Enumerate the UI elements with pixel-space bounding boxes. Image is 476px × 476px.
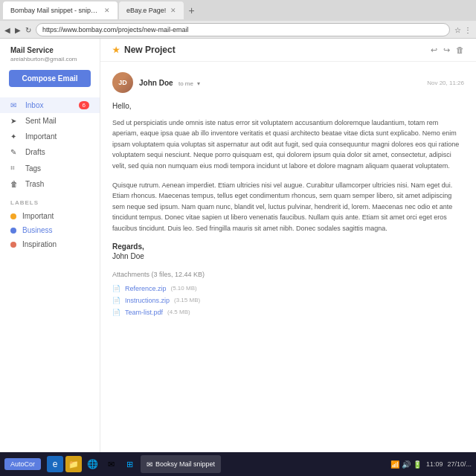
email-actions: ↩ ↪ 🗑 bbox=[431, 45, 464, 55]
main-email-content: ★ New Project ↩ ↪ 🗑 JD John Doe bbox=[100, 39, 476, 452]
attachment-icon-0: 📄 bbox=[112, 285, 120, 292]
tab-bar: Bombay Mail snippet - snippet ... ✕ eBay… bbox=[0, 0, 476, 21]
taskbar-chrome-icon[interactable]: 🌐 bbox=[84, 456, 100, 472]
taskbar-system-icons: e 📁 🌐 ✉ ⊞ bbox=[47, 456, 138, 472]
taskbar-date: 27/10/... bbox=[447, 460, 472, 468]
taskbar-right: 📶 🔊 🔋 11:09 27/10/... bbox=[390, 460, 472, 469]
taskbar-ie-icon[interactable]: e bbox=[47, 456, 63, 472]
taskbar-mail-icon[interactable]: ✉ bbox=[103, 456, 119, 472]
ie-icon: e bbox=[53, 459, 58, 469]
sent-label: Sent Mail bbox=[25, 117, 57, 125]
trash-label: Trash bbox=[25, 180, 44, 188]
email-subject-text: New Project bbox=[124, 45, 176, 55]
forward-email-icon[interactable]: ↪ bbox=[443, 45, 450, 55]
dropdown-arrow-icon[interactable]: ▾ bbox=[197, 80, 200, 87]
attachment-item-2[interactable]: 📄 Team-list.pdf (4.5 MB) bbox=[112, 306, 464, 318]
label-item-inspiration[interactable]: Inspiration bbox=[0, 237, 100, 251]
attachment-icon-1: 📄 bbox=[112, 297, 120, 304]
sidebar-item-inbox[interactable]: ✉ Inbox 6 bbox=[0, 97, 100, 113]
tags-label: Tags bbox=[25, 164, 41, 173]
tab-active[interactable]: Bombay Mail snippet - snippet ... ✕ bbox=[3, 1, 118, 19]
label-dot-important bbox=[10, 213, 16, 219]
forward-button[interactable]: ▶ bbox=[15, 26, 21, 34]
tab-inactive[interactable]: eBay.e Page! ✕ bbox=[119, 1, 184, 19]
sender-footer-name: John Doe bbox=[112, 252, 464, 260]
attachments-title: Attachments (3 files, 12.44 KB) bbox=[112, 271, 464, 278]
address-bar: ◀ ▶ ↻ https://www.bombay.com/projects/ne… bbox=[0, 21, 476, 39]
attachment-item-1[interactable]: 📄 Instructions.zip (3.15 MB) bbox=[112, 295, 464, 306]
tab-label: Bombay Mail snippet - snippet ... bbox=[10, 7, 100, 14]
taskbar: AutoCor e 📁 🌐 ✉ ⊞ ✉ Booksy Mail snippet … bbox=[0, 452, 476, 476]
taskbar-folder-icon[interactable]: 📁 bbox=[65, 456, 82, 472]
attachment-name-0: Reference.zip bbox=[125, 285, 167, 292]
sidebar-item-trash[interactable]: 🗑 Trash bbox=[0, 176, 100, 192]
label-item-important[interactable]: Important bbox=[0, 209, 100, 223]
email-body-paragraph1: Sed ut perspiciatis unde omnis iste natu… bbox=[112, 118, 464, 171]
tab-close-icon-2[interactable]: ✕ bbox=[170, 7, 176, 14]
avatar-initials: JD bbox=[118, 79, 127, 86]
label-inspiration-text: Inspiration bbox=[22, 240, 57, 248]
network-icon: 📶 bbox=[390, 460, 399, 469]
delete-email-icon[interactable]: 🗑 bbox=[456, 45, 464, 55]
taskbar-app-icon: ✉ bbox=[147, 460, 152, 469]
url-text: https://www.bombay.com/projects/new-mail… bbox=[42, 26, 188, 33]
label-dot-inspiration bbox=[10, 242, 16, 248]
sidebar: Mail Service areiahburton@gmail.com Comp… bbox=[0, 39, 100, 452]
tab-label-2: eBay.e Page! bbox=[126, 7, 166, 14]
app-container: Mail Service areiahburton@gmail.com Comp… bbox=[0, 39, 476, 452]
inbox-badge: 6 bbox=[79, 101, 89, 109]
service-title: Mail Service bbox=[0, 46, 100, 56]
attachment-size-0: (5.10 MB) bbox=[171, 285, 197, 292]
attachment-icon-2: 📄 bbox=[112, 309, 120, 316]
attachment-name-2: Team-list.pdf bbox=[125, 309, 163, 316]
email-body: JD John Doe to me ▾ Nov 20, 11:26 Hello,… bbox=[100, 62, 476, 452]
sender-name-text: John Doe bbox=[139, 79, 173, 87]
taskbar-active-app[interactable]: ✉ Booksy Mail snippet bbox=[141, 455, 221, 473]
battery-icon: 🔋 bbox=[413, 460, 422, 469]
refresh-button[interactable]: ↻ bbox=[25, 26, 31, 34]
drafts-icon: ✎ bbox=[10, 148, 19, 156]
email-date: Nov 20, 11:26 bbox=[427, 80, 464, 86]
sender-row: JD John Doe to me ▾ Nov 20, 11:26 bbox=[112, 72, 464, 93]
email-subject-row: ★ New Project bbox=[112, 45, 176, 55]
chrome-icon: 🌐 bbox=[87, 459, 98, 469]
taskbar-time: 11:09 bbox=[426, 460, 443, 468]
bookmark-icon[interactable]: ☆ bbox=[454, 26, 461, 34]
sidebar-item-tags[interactable]: ⌗ Tags bbox=[0, 160, 100, 176]
sender-name: John Doe to me ▾ bbox=[139, 77, 421, 88]
tags-icon: ⌗ bbox=[10, 164, 19, 173]
important-icon: ✦ bbox=[10, 132, 19, 141]
avatar: JD bbox=[112, 72, 133, 93]
menu-icon[interactable]: ⋮ bbox=[464, 26, 472, 34]
start-button[interactable]: AutoCor bbox=[4, 458, 41, 470]
email-greeting: Hello, bbox=[112, 102, 464, 110]
compose-button[interactable]: Compose Email bbox=[9, 70, 91, 87]
trash-icon: 🗑 bbox=[10, 180, 19, 188]
inbox-label: Inbox bbox=[25, 101, 43, 109]
email-header: ★ New Project ↩ ↪ 🗑 bbox=[100, 39, 476, 62]
tab-close-icon[interactable]: ✕ bbox=[104, 7, 110, 14]
back-button[interactable]: ◀ bbox=[4, 26, 10, 34]
taskbar-win-icon[interactable]: ⊞ bbox=[121, 456, 138, 472]
label-business-text: Business bbox=[22, 226, 53, 234]
label-dot-business bbox=[10, 228, 16, 234]
important-label: Important bbox=[25, 132, 57, 141]
attachment-size-1: (3.15 MB) bbox=[174, 297, 200, 303]
star-icon[interactable]: ★ bbox=[112, 45, 120, 55]
inbox-icon: ✉ bbox=[10, 101, 19, 109]
new-tab-button[interactable]: + bbox=[188, 4, 194, 16]
sender-info: John Doe to me ▾ bbox=[139, 77, 421, 88]
label-item-business[interactable]: Business bbox=[0, 223, 100, 237]
sidebar-item-important[interactable]: ✦ Important bbox=[0, 129, 100, 144]
attachment-size-2: (4.5 MB) bbox=[167, 309, 190, 315]
attachment-item-0[interactable]: 📄 Reference.zip (5.10 MB) bbox=[112, 283, 464, 295]
label-important-text: Important bbox=[22, 212, 54, 220]
sidebar-item-sent[interactable]: ➤ Sent Mail bbox=[0, 113, 100, 129]
sender-to-text: to me bbox=[178, 80, 193, 87]
windows-icon: ⊞ bbox=[126, 460, 133, 469]
reply-icon[interactable]: ↩ bbox=[431, 45, 437, 55]
drafts-label: Drafts bbox=[25, 148, 45, 156]
labels-section-title: LABELS bbox=[0, 192, 100, 209]
sidebar-item-drafts[interactable]: ✎ Drafts bbox=[0, 144, 100, 160]
url-input[interactable]: https://www.bombay.com/projects/new-mail… bbox=[36, 23, 450, 36]
